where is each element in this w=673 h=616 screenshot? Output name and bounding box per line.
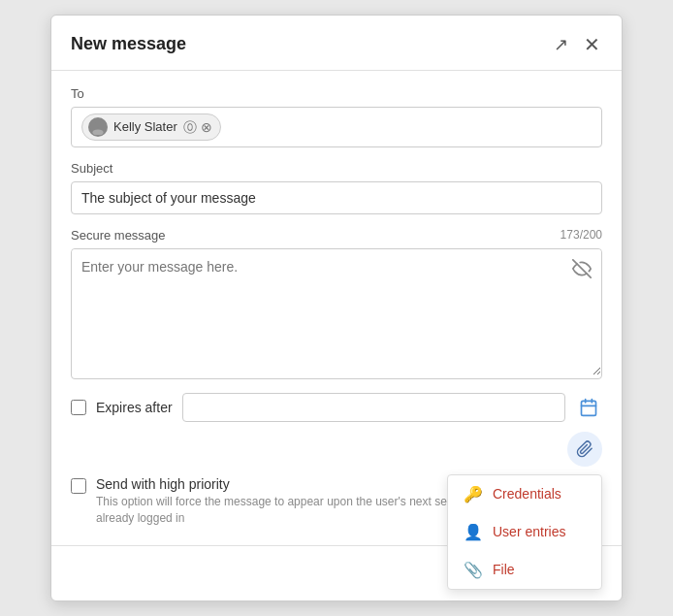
credentials-label: Credentials: [493, 486, 561, 502]
header-icons: ↗ ✕: [552, 31, 602, 58]
file-icon: 📎: [464, 561, 483, 579]
key-icon: 🔑: [464, 485, 483, 503]
to-field-group: To Kelly Slater ⓪︎ ⊗: [71, 86, 602, 147]
attachment-row: 🔑 Credentials 👤 User entries 📎 File: [71, 432, 602, 467]
to-field[interactable]: Kelly Slater ⓪︎ ⊗: [71, 107, 602, 147]
expires-row: Expires after: [71, 393, 602, 422]
eye-off-icon[interactable]: [572, 259, 592, 281]
secure-label: Secure message: [71, 228, 166, 243]
dropdown-item-file[interactable]: 📎 File: [448, 551, 601, 589]
subject-field-group: Subject: [71, 161, 602, 214]
char-count: 173/200: [561, 228, 602, 242]
expires-date-input[interactable]: [182, 393, 565, 422]
attach-button[interactable]: [567, 432, 602, 467]
dialog-header: New message ↗ ✕: [51, 16, 622, 71]
close-icon: ✕: [584, 33, 600, 56]
expires-checkbox[interactable]: [71, 400, 86, 415]
expires-label: Expires after: [96, 400, 173, 415]
message-area-wrapper: [71, 248, 602, 379]
user-entries-icon: 👤: [464, 523, 483, 541]
close-button[interactable]: ✕: [582, 31, 602, 58]
svg-rect-3: [582, 401, 596, 415]
priority-checkbox[interactable]: [71, 478, 86, 494]
remove-recipient-button[interactable]: ⓪︎ ⊗: [183, 120, 212, 134]
dropdown-item-user-entries[interactable]: 👤 User entries: [448, 513, 601, 551]
recipient-chip: Kelly Slater ⓪︎ ⊗: [81, 113, 221, 141]
attachment-dropdown: 🔑 Credentials 👤 User entries 📎 File: [447, 474, 602, 590]
subject-input[interactable]: [71, 181, 602, 214]
recipient-name: Kelly Slater: [113, 119, 177, 134]
subject-label: Subject: [71, 161, 602, 176]
file-label: File: [493, 562, 515, 577]
svg-point-1: [92, 129, 103, 135]
calendar-button[interactable]: [575, 394, 602, 421]
message-textarea[interactable]: [72, 249, 601, 375]
user-entries-label: User entries: [493, 524, 565, 539]
dropdown-item-credentials[interactable]: 🔑 Credentials: [448, 475, 601, 513]
secure-header: Secure message 173/200: [71, 228, 602, 243]
new-message-dialog: New message ↗ ✕ To: [50, 15, 623, 602]
expand-icon: ↗: [554, 34, 568, 55]
to-label: To: [71, 86, 602, 101]
avatar: [88, 117, 108, 137]
svg-point-0: [95, 121, 101, 127]
dialog-title: New message: [71, 34, 186, 54]
dialog-body: To Kelly Slater ⓪︎ ⊗ Subject: [51, 71, 622, 546]
secure-message-group: Secure message 173/200: [71, 228, 602, 379]
expand-button[interactable]: ↗: [552, 32, 570, 57]
